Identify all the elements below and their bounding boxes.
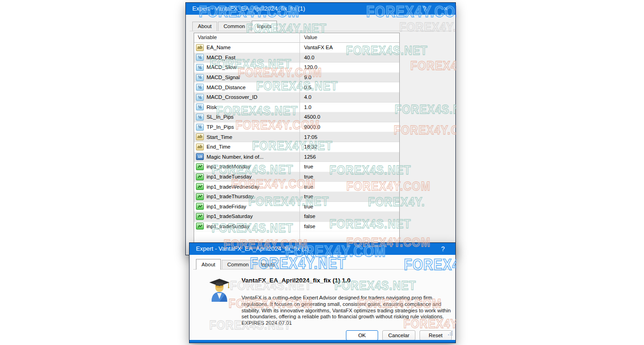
variable-cell: ab EA_Name [194, 44, 299, 51]
table-row[interactable]: ½ SL_In_Pips 4500.0 [194, 112, 399, 122]
param-value[interactable]: true [299, 174, 313, 179]
variable-cell: ½ MACD_Crossover_ID [194, 94, 299, 101]
param-name: MACD_Signal [207, 75, 240, 80]
param-value[interactable]: 40.0 [299, 55, 314, 60]
tab-label: Common [227, 262, 249, 267]
param-value[interactable]: 1256 [299, 154, 316, 160]
dialog-button[interactable]: OK [346, 330, 378, 340]
help-button[interactable]: ? [436, 243, 450, 255]
variable-cell: ½ MACD_Distance [194, 84, 299, 91]
table-row[interactable]: inp1_tradeThursday true [194, 192, 399, 202]
window-titlebar[interactable]: Expert - VantaFX_EA_April2024_fix_fix (1… [190, 243, 455, 255]
variable-cell: inp1_tradeMonday [194, 163, 299, 170]
table-row[interactable]: ½ MACD_Slow 120.0 [194, 63, 399, 73]
param-type-icon: ½ [196, 54, 204, 61]
param-type-icon: 123 [196, 153, 204, 160]
table-row[interactable]: ½ MACD_Distance 0.5 [194, 82, 399, 92]
window-titlebar[interactable]: Expert - VantaFX_EA_April2024_fix_fix (1… [186, 3, 455, 15]
param-name: Magic Number, kind of... [207, 154, 264, 160]
param-name: inp1_tradeFriday [207, 204, 246, 209]
table-row[interactable]: inp1_tradeMonday true [194, 162, 399, 172]
param-value[interactable]: false [299, 213, 315, 219]
ea-title-version: VantaFX_EA_April2024_fix_fix (1) 1.0 [242, 277, 351, 284]
variable-cell: ½ MACD_Fast [194, 54, 299, 61]
resize-grip[interactable] [448, 331, 453, 335]
param-name: MACD_Slow [207, 64, 236, 70]
dialog-button[interactable]: Reset [420, 330, 452, 340]
table-row[interactable]: inp1_tradeWednesday true [194, 182, 399, 192]
tab-label: Common [224, 23, 245, 29]
variable-cell: inp1_tradeSaturday [194, 213, 299, 220]
param-value[interactable]: 120.0 [299, 64, 317, 70]
tab[interactable]: Inputs [252, 21, 277, 31]
param-name: inp1_tradeMonday [207, 164, 250, 169]
param-type-icon: ab [196, 144, 204, 150]
param-type-icon [196, 163, 204, 170]
param-value[interactable]: 18:32 [299, 144, 317, 150]
tab[interactable]: Common [222, 260, 254, 269]
param-value[interactable]: 4.0 [299, 94, 311, 100]
param-type-icon [196, 203, 204, 210]
table-row[interactable]: inp1_tradeSunday false [194, 222, 399, 232]
tab-label: Inputs [257, 23, 271, 29]
param-value[interactable]: VantaFX EA [299, 45, 333, 50]
param-value[interactable]: true [299, 164, 313, 169]
variable-cell: inp1_tradeWednesday [194, 183, 299, 190]
tab[interactable]: About [192, 22, 217, 31]
param-value[interactable]: 9.0 [299, 75, 311, 80]
variable-cell: ab Start_Time [194, 133, 299, 140]
help-button[interactable]: ? [418, 3, 431, 15]
param-type-icon [196, 213, 204, 220]
param-value[interactable]: 17:05 [299, 134, 317, 140]
variable-cell: 123 Magic Number, kind of... [194, 153, 299, 160]
tab[interactable]: About [196, 259, 221, 270]
variable-cell: inp1_tradeSunday [194, 223, 299, 230]
param-value[interactable]: 1.0 [299, 104, 311, 110]
table-row[interactable]: ab EA_Name VantaFX EA [194, 43, 399, 53]
param-name: MACD_Fast [207, 55, 236, 60]
variable-cell: ½ MACD_Slow [194, 64, 299, 71]
bool-chart-glyph [197, 224, 203, 229]
param-type-icon: ½ [196, 124, 204, 131]
param-type-icon: ½ [196, 94, 204, 101]
param-value[interactable]: 4500.0 [299, 114, 320, 120]
tab[interactable]: Common [218, 22, 251, 31]
tab-label: About [198, 23, 212, 29]
tab[interactable]: Inputs [255, 260, 281, 269]
table-row[interactable]: ½ Risk 1.0 [194, 103, 399, 113]
param-value[interactable]: true [299, 194, 313, 199]
param-type-icon [196, 173, 204, 180]
table-row[interactable]: 123 Magic Number, kind of... 1256 [194, 152, 399, 162]
param-value[interactable]: true [299, 184, 313, 190]
table-row[interactable]: ½ MACD_Signal 9.0 [194, 73, 399, 83]
bool-chart-glyph [197, 164, 203, 169]
param-type-icon: ½ [196, 104, 204, 110]
variable-cell: inp1_tradeThursday [194, 193, 299, 200]
tab-strip: About Common Inputs [193, 259, 452, 270]
table-row[interactable]: inp1_tradeSaturday false [194, 212, 399, 222]
table-row[interactable]: ab Start_Time 17:05 [194, 132, 399, 142]
tab-label: About [201, 262, 215, 267]
param-name: MACD_Distance [207, 85, 246, 90]
close-icon[interactable]: × [439, 3, 453, 15]
table-row[interactable]: inp1_tradeFriday true [194, 202, 399, 212]
window-title: Expert - VantaFX_EA_April2024_fix_fix (1… [192, 3, 305, 15]
variable-cell: inp1_tradeFriday [194, 203, 299, 210]
dialog-button[interactable]: Cancelar [382, 330, 415, 340]
table-row[interactable]: ½ MACD_Crossover_ID 4.0 [194, 92, 399, 103]
table-row[interactable]: ½ TP_In_Pips 9000.0 [194, 122, 399, 132]
table-row[interactable]: ½ MACD_Fast 40.0 [194, 53, 399, 63]
param-name: End_Time [207, 144, 230, 150]
param-value[interactable]: true [299, 204, 313, 209]
param-name: SL_In_Pips [207, 114, 234, 120]
variable-cell: ½ Risk [194, 104, 299, 110]
param-name: inp1_tradeWednesday [207, 184, 259, 190]
table-row[interactable]: ab End_Time 18:32 [194, 142, 399, 152]
param-value[interactable]: 0.5 [299, 85, 311, 90]
param-name: inp1_tradeTuesday [207, 174, 252, 179]
param-value[interactable]: 9000.0 [299, 124, 320, 130]
param-name: TP_In_Pips [207, 124, 234, 130]
table-row[interactable]: inp1_tradeTuesday true [194, 172, 399, 182]
param-value[interactable]: false [299, 224, 315, 229]
param-name: Start_Time [207, 134, 232, 140]
